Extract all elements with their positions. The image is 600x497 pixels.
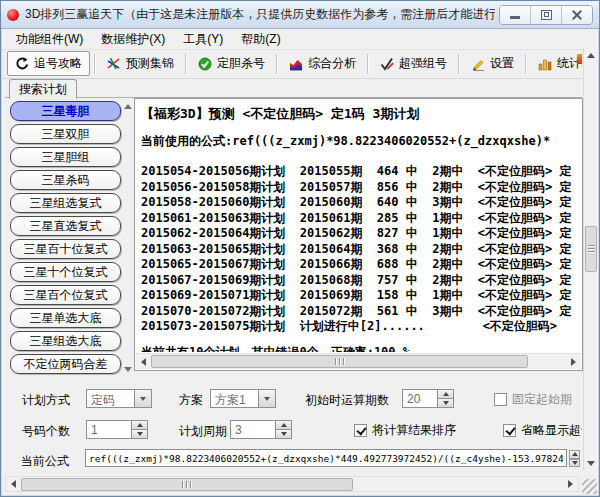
toolbar-label: 超强组号 — [399, 55, 447, 72]
window-title: 3D排列三赢追天下（由于这是未注册版本，只提供历史数据作为参考，需注册后才能进行… — [25, 6, 495, 23]
sidebar-plan-button[interactable]: 三星毒胆 — [10, 101, 121, 121]
minimize-button[interactable] — [500, 6, 530, 24]
spin-buttons — [275, 421, 291, 438]
scroll-right-button[interactable] — [563, 477, 578, 491]
sort-results-label: 将计算结果排序 — [372, 422, 456, 439]
arrow-right-icon — [571, 358, 576, 366]
toolbar-label: 综合分析 — [308, 55, 356, 72]
arrow-down-icon — [443, 401, 449, 405]
sidebar-plan-button[interactable]: 三星双胆 — [10, 124, 121, 144]
plan-row: 2015073-2015075期计划 计划进行中[2]...... <不定位胆码… — [141, 319, 580, 335]
toolbar-separator — [276, 54, 278, 74]
spin-down-button[interactable] — [569, 459, 580, 468]
spin-down-button[interactable] — [132, 430, 147, 438]
maximize-button[interactable] — [530, 6, 561, 24]
toolbar-forecast[interactable]: 预测集锦 — [100, 52, 181, 75]
scroll-left-button[interactable] — [6, 477, 21, 491]
sidebar-plan-button[interactable]: 三星组选大底 — [10, 331, 121, 351]
sidebar-plan-button[interactable]: 三星百十位复式 — [10, 239, 121, 259]
tab-search-plan[interactable]: 搜索计划 — [9, 79, 77, 99]
spin-up-button[interactable] — [132, 421, 147, 430]
number-count-label: 号码个数 — [22, 423, 70, 440]
checkbox-box — [354, 424, 367, 437]
initial-periods-label: 初始时运算期数 — [305, 392, 389, 409]
spin-up-button[interactable] — [276, 421, 291, 430]
toolbar-statistics[interactable]: 统计区 — [531, 52, 582, 75]
spin-up-button[interactable] — [569, 450, 580, 459]
plan-cycle-stepper[interactable]: 3 — [230, 420, 292, 439]
scroll-right-button[interactable] — [566, 354, 581, 369]
arrow-left-icon — [11, 480, 16, 488]
dropdown-button[interactable] — [258, 390, 275, 407]
arrow-down-icon — [281, 432, 287, 436]
spin-up-button[interactable] — [438, 390, 453, 399]
spin-down-button[interactable] — [276, 430, 291, 438]
sidebar-plan-button[interactable]: 三星百个位复式 — [10, 285, 121, 305]
toolbar-separator — [185, 54, 187, 74]
settings-icon — [471, 57, 485, 71]
toolbar: 追号攻略 预测集锦 定胆杀号 综合分析 超强组号 设置 统计区 — [2, 49, 582, 79]
sidebar-plan-button[interactable]: 三星杀码 — [10, 170, 121, 190]
checkbox-box — [494, 393, 507, 406]
sidebar-scroll-up-icon[interactable] — [124, 104, 132, 109]
spin-down-button[interactable] — [438, 399, 453, 407]
sidebar-plan-button[interactable]: 三星胆组 — [10, 147, 121, 167]
scroll-down-button[interactable] — [584, 456, 598, 471]
sidebar-plan-button[interactable]: 不定位两码合差 — [10, 354, 121, 374]
menu-tools[interactable]: 工具(Y) — [174, 30, 232, 49]
forecast-icon — [107, 57, 121, 71]
plan-list: 2015054-2015056期计划 2015055期 464 中 2期中 <不… — [141, 164, 580, 335]
dropdown-button[interactable] — [134, 390, 151, 407]
toolbar-analysis[interactable]: 综合分析 — [282, 52, 363, 75]
number-count-stepper[interactable]: 1 — [86, 420, 148, 439]
toolbar-chase-number[interactable]: 追号攻略 — [7, 51, 90, 76]
minimize-icon — [510, 16, 520, 19]
scheme-combobox[interactable]: 方案1 — [210, 389, 276, 408]
menu-help[interactable]: 帮助(Z) — [232, 30, 289, 49]
omit-long-checkbox[interactable]: 省略显示超长 — [503, 422, 582, 439]
sort-results-checkbox[interactable]: 将计算结果排序 — [354, 422, 456, 439]
sidebar-plan-button[interactable]: 三星直选复式 — [10, 216, 121, 236]
plan-row: 2015063-2015065期计划 2015064期 368 中 2期中 <不… — [141, 242, 580, 258]
current-formula-input[interactable] — [85, 449, 567, 467]
plan-mode-label: 计划方式 — [22, 392, 70, 409]
plan-row: 2015062-2015064期计划 2015062期 827 中 1期中 <不… — [141, 226, 580, 242]
toolbar-super-combo[interactable]: 超强组号 — [373, 52, 454, 75]
main-vertical-scrollbar[interactable] — [583, 48, 598, 471]
arrow-down-icon — [572, 461, 578, 465]
menu-components[interactable]: 功能组件(W) — [7, 30, 92, 49]
scroll-up-button[interactable] — [584, 48, 598, 63]
clipped-toolbar-button[interactable] — [577, 54, 582, 70]
plan-mode-combobox[interactable]: 定码 — [86, 389, 152, 408]
close-button[interactable] — [561, 6, 592, 24]
chevron-down-icon — [264, 397, 270, 401]
window-horizontal-scrollbar[interactable] — [5, 476, 579, 492]
report-panel: 【福彩3D】预测 <不定位胆码> 定1码 3期计划 当前使用的公式:ref(((… — [134, 98, 583, 371]
plan-row: 2015070-2015072期计划 2015072期 561 中 3期中 <不… — [141, 304, 580, 320]
initial-periods-stepper[interactable]: 20 — [402, 389, 454, 408]
sidebar-plan-button[interactable]: 三星十个位复式 — [10, 262, 121, 282]
resize-grip[interactable] — [582, 479, 597, 494]
fixed-start-checkbox[interactable]: 固定起始期 — [494, 391, 572, 408]
toolbar-label: 设置 — [490, 55, 514, 72]
sidebar-plan-button[interactable]: 三星单选大底 — [10, 308, 121, 328]
sidebar-scroll-down-icon[interactable] — [124, 367, 132, 372]
plan-row: 2015056-2015058期计划 2015057期 856 中 2期中 <不… — [141, 180, 580, 196]
title-bar[interactable]: 3D排列三赢追天下（由于这是未注册版本，只提供历史数据作为参考，需注册后才能进行… — [1, 1, 599, 29]
plan-row: 2015054-2015056期计划 2015055期 464 中 2期中 <不… — [141, 164, 580, 180]
scrollbar-thumb[interactable] — [21, 478, 353, 491]
current-formula-label: 当前公式 — [21, 453, 69, 470]
scheme-label: 方案 — [179, 392, 203, 409]
toolbar-settings[interactable]: 设置 — [464, 52, 521, 75]
arrow-right-icon — [568, 480, 573, 488]
scroll-left-button[interactable] — [136, 354, 151, 369]
menu-data-maintenance[interactable]: 数据维护(X) — [92, 30, 174, 49]
report-horizontal-scrollbar[interactable] — [136, 353, 581, 369]
arrow-left-icon — [141, 358, 146, 366]
scrollbar-thumb[interactable] — [585, 226, 597, 272]
toolbar-fix-kill[interactable]: 定胆杀号 — [191, 52, 272, 75]
sidebar: 三星毒胆 三星双胆 三星胆组 三星杀码 三星组选复式 三星直选复式 三星百十位复… — [10, 101, 121, 374]
scrollbar-thumb[interactable] — [151, 355, 528, 368]
sidebar-plan-button[interactable]: 三星组选复式 — [10, 193, 121, 213]
maximize-icon — [541, 10, 552, 20]
